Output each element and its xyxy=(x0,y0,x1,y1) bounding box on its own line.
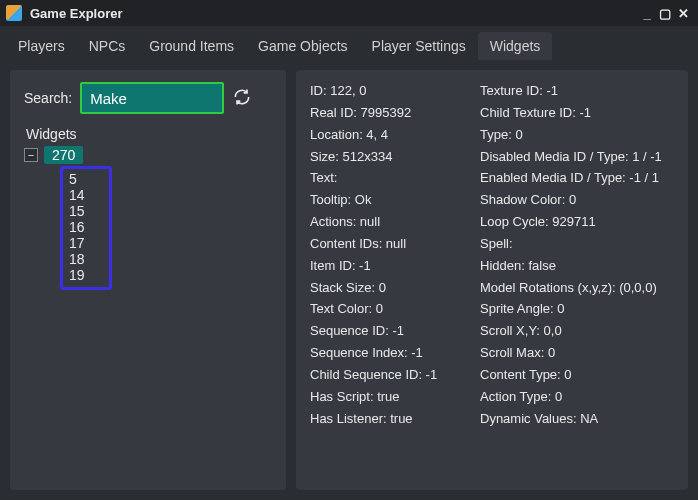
detail-scroll-xy: Scroll X,Y: 0,0 xyxy=(480,322,674,341)
detail-loop-cycle: Loop Cycle: 929711 xyxy=(480,213,674,232)
search-input[interactable] xyxy=(82,84,222,112)
tree-header: Widgets xyxy=(26,126,272,142)
detail-child-texture-id: Child Texture ID: -1 xyxy=(480,104,674,123)
refresh-icon[interactable] xyxy=(232,87,252,110)
tab-bar: Players NPCs Ground Items Game Objects P… xyxy=(0,26,698,60)
widget-tree: − 270 5 14 15 16 17 18 19 xyxy=(24,146,272,290)
detail-location: Location: 4, 4 xyxy=(310,126,470,145)
details-grid: ID: 122, 0 Texture ID: -1 Real ID: 79953… xyxy=(310,82,674,429)
detail-sequence-id: Sequence ID: -1 xyxy=(310,322,470,341)
detail-content-type: Content Type: 0 xyxy=(480,366,674,385)
close-button[interactable]: ✕ xyxy=(674,6,692,21)
tree-child[interactable]: 17 xyxy=(69,235,103,251)
detail-sequence-index: Sequence Index: -1 xyxy=(310,344,470,363)
minimize-button[interactable]: _ xyxy=(638,6,656,21)
tree-child[interactable]: 19 xyxy=(69,267,103,283)
detail-action-type: Action Type: 0 xyxy=(480,388,674,407)
search-label: Search: xyxy=(24,90,72,106)
detail-hidden: Hidden: false xyxy=(480,257,674,276)
left-panel: Search: Widgets − 270 5 14 15 16 xyxy=(10,70,286,490)
detail-spell: Spell: xyxy=(480,235,674,254)
window-title: Game Explorer xyxy=(30,6,638,21)
detail-has-listener: Has Listener: true xyxy=(310,410,470,429)
tree-children-highlight: 5 14 15 16 17 18 19 xyxy=(60,166,112,290)
app-logo-icon xyxy=(6,5,22,21)
tab-player-settings[interactable]: Player Settings xyxy=(360,32,478,60)
detail-sprite-angle: Sprite Angle: 0 xyxy=(480,300,674,319)
detail-content-ids: Content IDs: null xyxy=(310,235,470,254)
detail-type: Type: 0 xyxy=(480,126,674,145)
detail-stack-size: Stack Size: 0 xyxy=(310,279,470,298)
tab-widgets[interactable]: Widgets xyxy=(478,32,553,60)
maximize-button[interactable]: ▢ xyxy=(656,6,674,21)
tree-child[interactable]: 14 xyxy=(69,187,103,203)
detail-disabled-media: Disabled Media ID / Type: 1 / -1 xyxy=(480,148,674,167)
tree-collapse-toggle[interactable]: − xyxy=(24,148,38,162)
detail-scroll-max: Scroll Max: 0 xyxy=(480,344,674,363)
tab-ground-items[interactable]: Ground Items xyxy=(137,32,246,60)
detail-real-id: Real ID: 7995392 xyxy=(310,104,470,123)
detail-text: Text: xyxy=(310,169,470,188)
detail-enabled-media: Enabled Media ID / Type: -1 / 1 xyxy=(480,169,674,188)
detail-actions: Actions: null xyxy=(310,213,470,232)
tree-child[interactable]: 18 xyxy=(69,251,103,267)
tab-players[interactable]: Players xyxy=(6,32,77,60)
tab-game-objects[interactable]: Game Objects xyxy=(246,32,359,60)
tree-child[interactable]: 5 xyxy=(69,171,103,187)
detail-id: ID: 122, 0 xyxy=(310,82,470,101)
detail-dynamic-values: Dynamic Values: NA xyxy=(480,410,674,429)
detail-item-id: Item ID: -1 xyxy=(310,257,470,276)
detail-text-color: Text Color: 0 xyxy=(310,300,470,319)
detail-child-sequence-id: Child Sequence ID: -1 xyxy=(310,366,470,385)
tree-child[interactable]: 16 xyxy=(69,219,103,235)
detail-texture-id: Texture ID: -1 xyxy=(480,82,674,101)
content-area: Search: Widgets − 270 5 14 15 16 xyxy=(0,60,698,500)
search-row: Search: xyxy=(24,82,272,114)
search-highlight xyxy=(80,82,224,114)
tree-child[interactable]: 15 xyxy=(69,203,103,219)
detail-model-rotations: Model Rotations (x,y,z): (0,0,0) xyxy=(480,279,674,298)
details-panel: ID: 122, 0 Texture ID: -1 Real ID: 79953… xyxy=(296,70,688,490)
tree-parent-node[interactable]: 270 xyxy=(44,146,83,164)
tree-parent-row: − 270 xyxy=(24,146,272,164)
tab-npcs[interactable]: NPCs xyxy=(77,32,138,60)
detail-has-script: Has Script: true xyxy=(310,388,470,407)
title-bar: Game Explorer _ ▢ ✕ xyxy=(0,0,698,26)
detail-size: Size: 512x334 xyxy=(310,148,470,167)
detail-shadow-color: Shadow Color: 0 xyxy=(480,191,674,210)
detail-tooltip: Tooltip: Ok xyxy=(310,191,470,210)
app-window: Game Explorer _ ▢ ✕ Players NPCs Ground … xyxy=(0,0,698,500)
